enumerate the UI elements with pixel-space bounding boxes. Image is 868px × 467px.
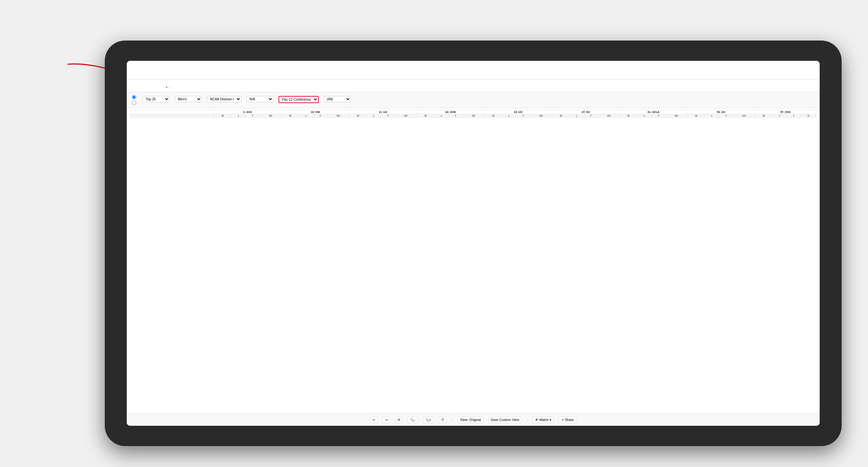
sh-uu-dif: Dif (733, 114, 755, 118)
sh-uu-w: W (687, 114, 705, 118)
sh-asu-w: W (214, 114, 232, 118)
zoom-in-button[interactable]: 🔍+ (423, 417, 434, 423)
tablet-screen: Top 25 Men's NCAA Division I N/A (127, 61, 820, 426)
nav-items (147, 68, 177, 72)
compact-view-radio[interactable] (132, 101, 138, 105)
sh-ucla-t: T (651, 114, 666, 118)
sh-asu-dif: Dif (260, 114, 281, 118)
view-toggle (132, 95, 138, 105)
col-ua: 11. UA (349, 110, 417, 114)
sh-osu-l: L (773, 114, 787, 118)
sh-ucb-dif: Dif (463, 114, 484, 118)
top-navigation (127, 61, 820, 79)
division-filter: NCAA Division I (207, 95, 241, 102)
tablet-device: Top 25 Men's NCAA Division I N/A (105, 41, 842, 446)
sh-ucla-dif: Dif (666, 114, 687, 118)
sub-navigation (127, 79, 820, 92)
sub-nav-h2h-heatmap[interactable] (158, 84, 159, 87)
sh-osu-t: T (787, 114, 801, 118)
sub-nav-matrix[interactable] (166, 84, 167, 88)
sh-osu-d: D (801, 114, 816, 118)
sub-nav-players[interactable] (174, 84, 175, 87)
sh-uw-dif: Dif (327, 114, 349, 118)
max-teams-filter: Top 25 (143, 95, 170, 102)
corner-cell (130, 110, 214, 114)
col-osu: 57. OSU (755, 110, 816, 114)
sub-nav-h2h-heatmap2[interactable] (207, 84, 208, 87)
sub-nav-h2h-grid2[interactable] (198, 84, 200, 87)
sh-asu-l: L (232, 114, 246, 118)
col-ucb: 22. UCB (417, 110, 484, 114)
matrix-content[interactable]: 3. ASU 10. UW 11. UA 22. UCB 24. UO 27. … (127, 108, 820, 414)
filter-bar: Top 25 Men's NCAA Division I N/A (127, 92, 820, 108)
col-uo: 24. UO (484, 110, 552, 114)
gender-select[interactable]: Men's (175, 96, 202, 102)
bottom-toolbar: ↩ ↪ ⟳ 🔍- 🔍+ ⏱ | View: Original Save Cust… (127, 414, 820, 426)
sh-uw-t: T (313, 114, 328, 118)
zoom-out-button[interactable]: 🔍- (408, 417, 417, 423)
watch-button[interactable]: 👁 Watch ▾ (533, 417, 554, 423)
sh-uu-t: T (719, 114, 733, 118)
full-view-radio[interactable] (132, 95, 138, 99)
sh-ua-t: T (381, 114, 395, 118)
col-uu: 54. UU (687, 110, 755, 114)
team-filter: (All) (324, 95, 351, 102)
sh-uo-w: W (484, 114, 502, 118)
sub-header-blank (130, 114, 214, 118)
sh-uu-l: L (705, 114, 719, 118)
sub-nav-matrix2[interactable] (215, 84, 216, 87)
col-su: 27. SU (552, 110, 620, 114)
conference-filter: Pac-12 Conference (279, 95, 319, 103)
reset-button[interactable]: ⟳ (395, 417, 403, 423)
sh-ucb-l: L (434, 114, 449, 118)
gender-filter: Men's (175, 95, 202, 102)
division-select[interactable]: NCAA Division I (207, 96, 241, 102)
compact-view-input[interactable] (132, 101, 136, 105)
sh-su-t: T (584, 114, 598, 118)
sub-nav-summary2[interactable] (182, 84, 184, 87)
region-filter: N/A (246, 95, 273, 102)
share-button[interactable]: ↗ Share (559, 417, 576, 423)
sh-ucb-t: T (449, 114, 463, 118)
sub-nav-teams[interactable] (134, 84, 135, 87)
matrix-table: 3. ASU 10. UW 11. UA 22. UCB 24. UO 27. … (130, 110, 816, 118)
sh-asu-t: T (246, 114, 260, 118)
sh-uw-w: W (282, 114, 299, 118)
col-asu: 3. ASU (214, 110, 282, 114)
redo-button[interactable]: ↪ (383, 417, 390, 423)
sh-ucla-l: L (637, 114, 651, 118)
full-view-input[interactable] (132, 95, 136, 99)
sh-ua-w: W (349, 114, 367, 118)
sh-uo-t: T (516, 114, 530, 118)
view-original-button[interactable]: View: Original (458, 417, 483, 423)
sub-nav-detail[interactable] (190, 84, 192, 87)
sh-ucb-w: W (417, 114, 434, 118)
separator-2: | (527, 418, 528, 422)
team-select[interactable]: (All) (324, 96, 351, 102)
region-select[interactable]: N/A (246, 96, 273, 102)
sh-ua-dif: Dif (395, 114, 417, 118)
col-uw: 10. UW (282, 110, 349, 114)
undo-button[interactable]: ↩ (370, 417, 378, 423)
sub-nav-summary[interactable] (142, 84, 143, 87)
conference-select[interactable]: Pac-12 Conference (279, 96, 319, 103)
sh-su-w: W (552, 114, 570, 118)
sh-osu-w: W (755, 114, 772, 118)
sh-su-l: L (570, 114, 584, 118)
sh-uo-l: L (502, 114, 516, 118)
sh-uw-l: L (299, 114, 313, 118)
sh-su-dif: Dif (598, 114, 620, 118)
timer-button[interactable]: ⏱ (439, 417, 447, 423)
sh-uo-dif: Dif (530, 114, 552, 118)
save-custom-button[interactable]: Save Custom View (488, 417, 522, 423)
sh-ucla-w: W (620, 114, 637, 118)
col-ucla: 31. UCLA (620, 110, 687, 114)
sub-nav-h2h-grid[interactable] (150, 84, 151, 87)
max-teams-select[interactable]: Top 25 (143, 96, 170, 102)
separator-1: | (452, 418, 453, 422)
sh-ua-l: L (367, 114, 381, 118)
